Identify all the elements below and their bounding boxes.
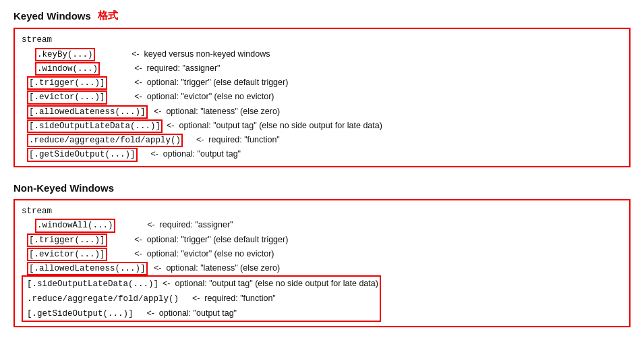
non-keyed-section-title: Non-Keyed Windows: [13, 182, 631, 194]
keyed-sideoutput: [.sideOutputLateData(...)]: [27, 119, 163, 133]
non-keyed-row-7: [.getSideOutput(...)] <- optional: "outp…: [24, 306, 378, 321]
keyed-comment-3: <- optional: "trigger" (else default tri…: [111, 76, 289, 90]
non-keyed-comment-4: <- optional: "lateness" (else zero): [152, 261, 281, 275]
keyed-reduce: .reduce/aggregate/fold/apply(): [27, 134, 183, 147]
keyed-comment-1: <- keyed versus non-keyed windows: [99, 47, 270, 61]
keyed-row-4: [.evictor(...)] <- optional: "evictor" (…: [22, 90, 622, 104]
keyed-chinese-label: 格式: [98, 9, 118, 22]
non-keyed-code-block: stream .windowAll(...) <- required: "ass…: [13, 199, 631, 328]
keyed-code-stream: stream: [22, 33, 52, 47]
non-keyed-windowall: .windowAll(...): [35, 219, 115, 232]
keyed-getsideoutput: [.getSideOutput(...)]: [27, 148, 138, 161]
non-keyed-trigger: [.trigger(...)]: [27, 234, 107, 247]
non-keyed-comment-6: <- required: "function": [183, 292, 276, 306]
keyed-keyby: .keyBy(...): [35, 48, 95, 61]
keyed-comment-8: <- optional: "output tag": [142, 147, 241, 161]
keyed-allowedlateness: [.allowedLateness(...)]: [27, 105, 148, 119]
keyed-code-block: stream .keyBy(...) <- keyed versus non-k…: [13, 28, 631, 167]
non-keyed-row-1: .windowAll(...) <- required: "assigner": [22, 218, 622, 232]
non-keyed-evictor: [.evictor(...)]: [27, 248, 107, 261]
main-content: Keyed Windows 格式 stream .keyBy(...) <- k…: [13, 9, 631, 327]
keyed-row-3: [.trigger(...)] <- optional: "trigger" (…: [22, 76, 622, 90]
non-keyed-row-4: [.allowedLateness(...)] <- optional: "la…: [22, 261, 622, 275]
non-keyed-row-5: [.sideOutputLateData(...)] <- optional: …: [24, 277, 378, 292]
keyed-comment-2: <- required: "assigner": [104, 61, 221, 76]
keyed-row-8: [.getSideOutput(...)] <- optional: "outp…: [22, 147, 622, 161]
non-keyed-title: Non-Keyed Windows: [13, 182, 114, 194]
non-keyed-row-3: [.evictor(...)] <- optional: "evictor" (…: [22, 247, 622, 261]
keyed-row-5: [.allowedLateness(...)] <- optional: "la…: [22, 105, 622, 119]
keyed-title: Keyed Windows: [13, 10, 91, 22]
keyed-row-6: [.sideOutputLateData(...)] <- optional: …: [22, 119, 622, 133]
keyed-comment-5: <- optional: "lateness" (else zero): [152, 105, 281, 119]
non-keyed-comment-5: <- optional: "output tag" (else no side …: [163, 277, 378, 291]
keyed-row-2: .window(...) <- required: "assigner": [22, 61, 622, 76]
non-keyed-allowedlateness: [.allowedLateness(...)]: [27, 262, 148, 275]
non-keyed-row-0: stream: [22, 204, 622, 219]
non-keyed-row-2: [.trigger(...)] <- optional: "trigger" (…: [22, 233, 622, 247]
keyed-comment-6: <- optional: "output tag" (else no side …: [167, 119, 382, 133]
non-keyed-stream: stream: [22, 204, 52, 219]
non-keyed-reduce: .reduce/aggregate/fold/apply(): [27, 292, 179, 306]
keyed-trigger: [.trigger(...)]: [27, 76, 107, 90]
non-keyed-comment-1: <- required: "assigner": [119, 218, 233, 232]
keyed-row-7: .reduce/aggregate/fold/apply() <- requir…: [22, 133, 622, 147]
non-keyed-comment-3: <- optional: "evictor" (else no evictor): [111, 247, 274, 261]
non-keyed-comment-7: <- optional: "output tag": [138, 306, 237, 321]
keyed-comment-4: <- optional: "evictor" (else no evictor): [111, 90, 274, 104]
non-keyed-comment-2: <- optional: "trigger" (else default tri…: [111, 233, 289, 247]
keyed-row-1: .keyBy(...) <- keyed versus non-keyed wi…: [22, 47, 622, 61]
keyed-section-title: Keyed Windows 格式: [13, 9, 631, 22]
keyed-window: .window(...): [35, 62, 100, 76]
non-keyed-getsideoutput: [.getSideOutput(...)]: [27, 307, 134, 321]
keyed-row-0: stream: [22, 33, 622, 47]
non-keyed-sideoutput: [.sideOutputLateData(...)]: [27, 277, 158, 292]
keyed-evictor: [.evictor(...)]: [27, 90, 107, 104]
non-keyed-lower-box: [.sideOutputLateData(...)] <- optional: …: [22, 275, 381, 322]
non-keyed-row-6: .reduce/aggregate/fold/apply() <- requir…: [24, 292, 378, 306]
keyed-comment-7: <- required: "function": [187, 133, 280, 147]
